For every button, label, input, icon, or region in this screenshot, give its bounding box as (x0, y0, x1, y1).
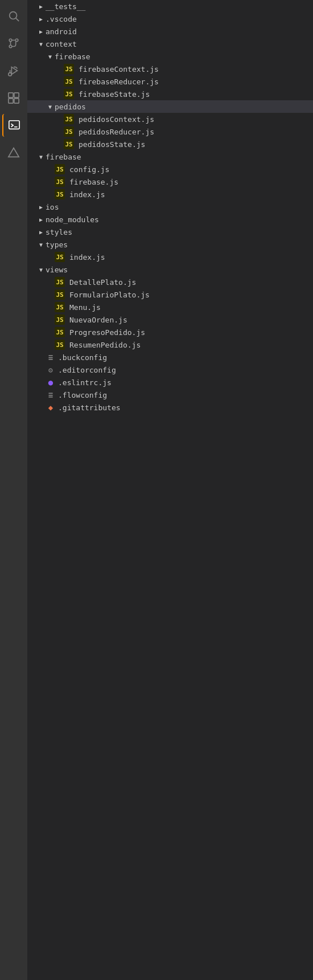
arrow-styles (36, 227, 46, 236)
tree-item-styles[interactable]: styles (27, 226, 313, 238)
source-control-icon[interactable] (2, 32, 25, 55)
triangle-icon[interactable] (2, 141, 25, 164)
arrow-none-11 (46, 277, 55, 287)
vscode-label: .vscode (46, 15, 77, 23)
eslint-icon: ● (46, 377, 56, 387)
tree-item-nuevaOrden[interactable]: JS NuevaOrden.js (27, 313, 313, 326)
tree-item-firebase-root[interactable]: firebase (27, 150, 313, 163)
tree-item-resumenPedido[interactable]: JS ResumenPedido.js (27, 338, 313, 351)
buckconfig-label: .buckconfig (58, 353, 308, 362)
tree-item-pedidos[interactable]: pedidos (27, 100, 313, 113)
svg-marker-13 (9, 148, 19, 157)
tree-item-tests[interactable]: __tests__ (27, 0, 313, 13)
pedidosContext-label: pedidosContext.js (79, 115, 308, 124)
tree-item-firebase-js[interactable]: JS firebase.js (27, 175, 313, 188)
tree-item-detallePlato[interactable]: JS DetallePlato.js (27, 276, 313, 288)
tree-item-views[interactable]: views (27, 263, 313, 276)
editorconfig-label: .editorconfig (58, 366, 308, 374)
svg-point-2 (9, 39, 12, 42)
arrow-none-10 (46, 252, 55, 262)
tree-item-editorconfig[interactable]: ⚙ .editorconfig (27, 364, 313, 376)
context-label: context (46, 40, 77, 48)
arrow-none-15 (46, 328, 55, 337)
tree-item-gitattributes[interactable]: ◆ .gitattributes (27, 401, 313, 414)
run-debug-icon[interactable] (2, 59, 25, 82)
js-icon-progresoPedido: JS (55, 327, 65, 337)
arrow-node-modules (36, 215, 46, 224)
arrow-none-13 (46, 303, 55, 312)
js-icon-resumenPedido: JS (55, 340, 65, 350)
config-label: config.js (69, 165, 308, 174)
tree-item-pedidosReducer[interactable]: JS pedidosReducer.js (27, 125, 313, 138)
nuevaOrden-label: NuevaOrden.js (69, 316, 308, 324)
svg-point-3 (15, 39, 18, 42)
eslintrc-label: .eslintrc.js (58, 378, 308, 387)
arrow-none-19 (36, 378, 46, 387)
arrow-none-17 (36, 353, 46, 362)
pedidos-label: pedidos (55, 103, 86, 111)
tree-item-node-modules[interactable]: node_modules (27, 213, 313, 226)
js-icon-pedidosReducer: JS (64, 126, 74, 137)
terminal-icon[interactable] (2, 114, 25, 137)
gitattributes-label: .gitattributes (58, 403, 308, 412)
tests-label: __tests__ (46, 2, 85, 11)
tree-item-firebaseContext[interactable]: JS firebaseContext.js (27, 63, 313, 75)
arrow-none-6 (55, 140, 64, 149)
activity-bar (0, 0, 27, 980)
svg-rect-10 (14, 99, 19, 103)
tree-item-ios[interactable]: ios (27, 201, 313, 213)
js-icon-index-types: JS (55, 252, 65, 262)
arrow-none-3 (55, 89, 64, 99)
tree-item-index-firebase[interactable]: JS index.js (27, 188, 313, 201)
tree-item-types[interactable]: types (27, 238, 313, 251)
tree-item-firebaseState[interactable]: JS firebaseState.js (27, 88, 313, 100)
tree-item-buckconfig[interactable]: ≡ .buckconfig (27, 351, 313, 364)
firebaseState-label: firebaseState.js (79, 90, 308, 99)
svg-point-4 (9, 45, 12, 48)
svg-rect-11 (9, 121, 19, 129)
arrow-none-8 (46, 177, 55, 186)
firebaseReducer-label: firebaseReducer.js (79, 77, 308, 86)
firebase-root-label: firebase (46, 153, 81, 161)
tree-item-flowconfig[interactable]: ≡ .flowconfig (27, 389, 313, 401)
types-label: types (46, 240, 68, 249)
tree-item-pedidosContext[interactable]: JS pedidosContext.js (27, 113, 313, 125)
tree-item-menu[interactable]: JS Menu.js (27, 301, 313, 313)
tree-item-eslintrc[interactable]: ● .eslintrc.js (27, 376, 313, 389)
arrow-none (55, 64, 64, 74)
js-icon-config: JS (55, 164, 65, 174)
tree-item-firebase-folder[interactable]: firebase (27, 50, 313, 63)
tree-item-android[interactable]: android (27, 25, 313, 38)
tree-item-progresoPedido[interactable]: JS ProgresoPedido.js (27, 326, 313, 338)
arrow-none-16 (46, 340, 55, 349)
svg-rect-8 (14, 93, 19, 97)
js-icon-formularioPlato: JS (55, 289, 65, 300)
firebaseContext-label: firebaseContext.js (79, 65, 308, 74)
tree-item-context[interactable]: context (27, 38, 313, 50)
tree-item-vscode[interactable]: .vscode (27, 13, 313, 25)
arrow-firebase-folder (46, 52, 55, 61)
js-icon-firebaseState: JS (64, 89, 74, 99)
search-icon[interactable] (2, 5, 25, 27)
tree-item-pedidosState[interactable]: JS pedidosState.js (27, 138, 313, 150)
firebase-js-label: firebase.js (69, 178, 308, 186)
tree-item-index-types[interactable]: JS index.js (27, 251, 313, 263)
arrow-none-12 (46, 290, 55, 299)
pedidosState-label: pedidosState.js (79, 140, 308, 149)
arrow-ios (36, 202, 46, 211)
tree-item-formularioPlato[interactable]: JS FormularioPlato.js (27, 288, 313, 301)
tree-item-config[interactable]: JS config.js (27, 163, 313, 175)
svg-rect-9 (9, 99, 13, 103)
tree-item-firebaseReducer[interactable]: JS firebaseReducer.js (27, 75, 313, 88)
arrow-none-14 (46, 315, 55, 324)
pedidosReducer-label: pedidosReducer.js (79, 128, 308, 136)
extensions-icon[interactable] (2, 87, 25, 109)
svg-line-1 (16, 18, 19, 21)
arrow-none-9 (46, 190, 55, 199)
firebase-folder-label: firebase (55, 52, 90, 61)
js-icon-firebase: JS (55, 177, 65, 187)
arrow-android (36, 27, 46, 36)
svg-rect-7 (9, 93, 13, 97)
js-icon-detallePlato: JS (55, 277, 65, 287)
arrow-none-4 (55, 115, 64, 124)
